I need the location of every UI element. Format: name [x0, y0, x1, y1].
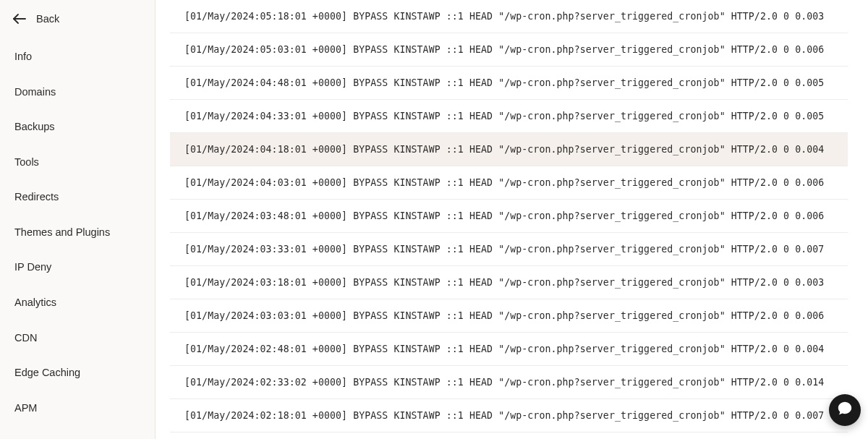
sidebar-item-label: APM — [14, 402, 37, 414]
log-row[interactable]: [01/May/2024:02:33:02 +0000] BYPASS KINS… — [170, 366, 848, 399]
sidebar-item-redirects[interactable]: Redirects — [6, 184, 149, 211]
log-row[interactable]: [01/May/2024:02:48:01 +0000] BYPASS KINS… — [170, 333, 848, 366]
sidebar-item-label: Themes and Plugins — [14, 226, 110, 238]
log-row[interactable]: [01/May/2024:03:03:01 +0000] BYPASS KINS… — [170, 299, 848, 333]
sidebar-item-manage-users[interactable]: Manage users — [6, 430, 149, 439]
log-row[interactable]: [01/May/2024:02:18:01 +0000] BYPASS KINS… — [170, 399, 848, 432]
log-row[interactable]: [01/May/2024:03:33:01 +0000] BYPASS KINS… — [170, 233, 848, 266]
sidebar-item-label: Redirects — [14, 191, 59, 203]
log-row[interactable]: [01/May/2024:04:48:01 +0000] BYPASS KINS… — [170, 67, 848, 100]
sidebar-item-label: Backups — [14, 121, 55, 132]
log-row[interactable]: [01/May/2024:05:03:01 +0000] BYPASS KINS… — [170, 33, 848, 67]
sidebar-item-tools[interactable]: Tools — [6, 149, 149, 176]
sidebar-item-apm[interactable]: APM — [6, 395, 149, 422]
sidebar-item-label: Analytics — [14, 297, 56, 308]
sidebar-item-info[interactable]: Info — [6, 43, 149, 71]
sidebar-item-edge-caching[interactable]: Edge Caching — [6, 359, 149, 387]
sidebar-item-label: Domains — [14, 86, 56, 98]
sidebar-item-backups[interactable]: Backups — [6, 114, 149, 141]
sidebar-item-ip-deny[interactable]: IP Deny — [6, 254, 149, 281]
log-row[interactable]: [01/May/2024:05:18:01 +0000] BYPASS KINS… — [170, 0, 848, 33]
main-content: [01/May/2024:05:18:01 +0000] BYPASS KINS… — [156, 0, 868, 439]
arrow-left-icon — [13, 14, 26, 24]
log-row[interactable]: [01/May/2024:04:03:01 +0000] BYPASS KINS… — [170, 166, 848, 200]
log-row[interactable]: [01/May/2024:04:33:01 +0000] BYPASS KINS… — [170, 100, 848, 133]
chat-icon — [837, 401, 853, 419]
back-button[interactable]: Back — [0, 0, 155, 38]
sidebar-item-analytics[interactable]: Analytics — [6, 289, 149, 317]
sidebar-item-themes-and-plugins[interactable]: Themes and Plugins — [6, 219, 149, 247]
sidebar-item-label: CDN — [14, 332, 37, 344]
sidebar-item-label: Info — [14, 51, 32, 62]
sidebar-item-domains[interactable]: Domains — [6, 79, 149, 106]
log-row[interactable]: [01/May/2024:03:18:01 +0000] BYPASS KINS… — [170, 266, 848, 299]
sidebar-item-cdn[interactable]: CDN — [6, 325, 149, 352]
back-label: Back — [36, 13, 59, 25]
log-row[interactable]: [01/May/2024:03:48:01 +0000] BYPASS KINS… — [170, 200, 848, 233]
sidebar-item-label: Edge Caching — [14, 367, 80, 378]
sidebar-item-label: Tools — [14, 156, 39, 168]
log-list: [01/May/2024:05:18:01 +0000] BYPASS KINS… — [170, 0, 848, 432]
sidebar: Back InfoDomainsBackupsToolsRedirectsThe… — [0, 0, 156, 439]
sidebar-item-label: IP Deny — [14, 261, 51, 273]
sidebar-nav: InfoDomainsBackupsToolsRedirectsThemes a… — [0, 38, 155, 439]
log-row[interactable]: [01/May/2024:04:18:01 +0000] BYPASS KINS… — [170, 133, 848, 166]
chat-widget-button[interactable] — [829, 394, 861, 426]
